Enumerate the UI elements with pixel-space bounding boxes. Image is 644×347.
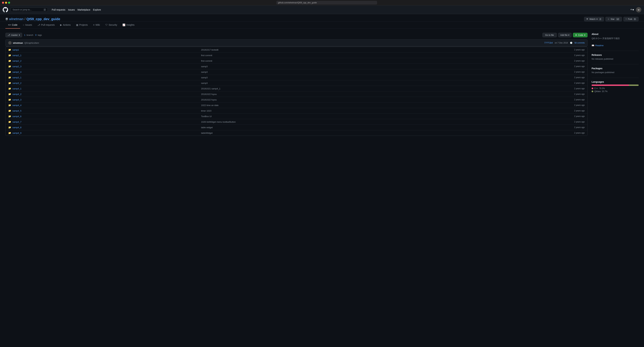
eye-icon: 👁 [586,18,588,20]
file-name[interactable]: 📁 samp4_9 [8,132,199,134]
file-time: 2 years ago [489,82,585,84]
about-desc: Qt5.9 C++ 开发指南学习项目 [592,37,638,40]
tab-code[interactable]: <> Code [6,22,20,29]
repo-tabs: <> Code ○ Issues ⎇ Pull requests ▶ Actio… [0,22,644,29]
file-name[interactable]: 📁 samp4_3 [8,98,199,101]
file-name[interactable]: 📁 samp4_6 [8,115,199,118]
add-file-button[interactable]: Add file ▾ [558,33,572,37]
close-dot[interactable] [2,2,4,4]
branch-name: master [11,34,18,36]
maximize-dot[interactable] [8,2,10,4]
minimize-dot[interactable] [5,2,7,4]
file-name[interactable]: 📁 samp4_8 [8,126,199,129]
clock-icon: 🕐 [570,42,572,44]
pr-icon: ⎇ [38,24,40,26]
pull-requests-link[interactable]: Pull requests [52,9,65,11]
tab-projects[interactable]: ▦ Projects [74,22,90,29]
table-row: 📁 samp4_4 1022 time an date 2 years ago [6,103,588,108]
file-commit-msg: first commit [201,54,487,57]
repo-owner[interactable]: wlnetman [9,17,24,21]
folder-icon: 📁 [8,104,11,107]
commit-avatar [8,41,12,45]
file-name[interactable]: 📁 samp4_4 [8,104,199,107]
table-row: 📁 samp4_1 20181021 samp4_1 2 years ago [6,86,588,91]
tab-security[interactable]: 🛡 Security [103,22,120,29]
cpp-label: C++ [594,87,598,90]
tab-wiki[interactable]: ≡ Wiki [90,22,103,29]
branch-info: 1 branch 0 tags [24,34,42,36]
file-name[interactable]: 📁 samp3_1 [8,76,199,79]
file-name-text: samp4_1 [12,87,21,90]
add-button[interactable]: + ▾ [630,8,634,12]
repo-name[interactable]: Qt59_cpp_dev_guide [26,17,60,21]
commit-count[interactable]: 58 commits [574,42,585,44]
code-button[interactable]: ⬇ Code ▾ [573,33,588,37]
file-name[interactable]: 📁 samp4_1 [8,87,199,90]
languages-title: Languages [592,81,638,83]
star-count: 12 [616,18,620,20]
watch-button[interactable]: 👁 Watch ▾ 2 [584,17,604,21]
top-nav: Search or jump to... / Pull requests Iss… [0,5,644,14]
file-name-text: samp2_4 [12,71,21,73]
file-name-text: samp3_1 [12,76,21,79]
file-name[interactable]: 📁 samp2_1 [8,54,199,57]
search-placeholder: Search or jump to... [12,9,32,11]
file-commit-msg: timer 1023 [201,110,487,112]
tab-insights[interactable]: 📈 Insights [120,22,137,29]
file-name-text: samp2_2 [12,60,21,62]
branch-selector[interactable]: ⎇ master ▾ [6,33,22,37]
commit-author-name[interactable]: wlnetman [13,42,23,44]
folder-icon: 📁 [8,60,11,62]
packages-section: Packages No packages published [592,67,638,74]
table-row: 📁 samp4_2 20181022 fuyou 2 years ago [6,91,588,97]
file-time: 2 years ago [489,65,585,68]
file-name-text: samp4_6 [12,115,21,118]
languages-section: Languages C++ 79.3% QMake 20.7% [592,81,638,93]
tags-count-link[interactable]: 0 tags [35,34,42,36]
branch-bar: ⎇ master ▾ 1 branch 0 tags Go to file [6,33,588,37]
divider-1 [592,51,638,51]
file-name[interactable]: 📁 samp4_2 [8,93,199,96]
star-icon: ☆ [608,18,610,20]
readme-link[interactable]: 📖 Readme [592,44,638,47]
file-name-text: samp4_5 [12,110,21,112]
search-shortcut: / [44,9,46,11]
file-name[interactable]: 📁 samp1 [8,48,199,51]
file-name-text: samp3_2 [12,82,21,84]
folder-icon: 📁 [8,109,11,112]
search-box[interactable]: Search or jump to... / [11,8,48,12]
file-time: 2 years ago [489,76,585,79]
divider-3 [592,78,638,78]
marketplace-link[interactable]: Marketplace [78,9,90,11]
top-nav-links: Pull requests Issues Marketplace Explore [52,9,101,11]
file-name-text: samp2_3 [12,65,21,68]
folder-icon: 📁 [8,115,11,118]
explore-link[interactable]: Explore [93,9,101,11]
repo-icon [6,18,8,21]
file-name[interactable]: 📁 samp2_2 [8,60,199,62]
file-name[interactable]: 📁 samp4_7 [8,121,199,123]
file-name[interactable]: 📁 samp2_3 [8,65,199,68]
avatar[interactable]: w [636,7,641,13]
url-bar[interactable]: github.com/wlnetman/Qt59_cpp_dev_guide [276,1,377,5]
table-row: 📁 samp4_5 timer 1023 2 years ago [6,108,588,114]
goto-file-button[interactable]: Go to file [542,33,557,37]
tab-pull-requests[interactable]: ⎇ Pull requests [35,22,58,29]
tab-actions[interactable]: ▶ Actions [58,22,74,29]
star-button[interactable]: ☆ Star 12 [605,17,622,21]
commit-hash[interactable]: 77ff1b4 [544,42,553,44]
file-time: 2 years ago [489,54,585,57]
book-icon: 📖 [592,44,594,47]
code-icon: <> [8,24,11,26]
file-name[interactable]: 📁 samp2_4 [8,71,199,73]
tab-issues[interactable]: ○ Issues [20,22,35,29]
file-name[interactable]: 📁 samp4_5 [8,109,199,112]
branch-count-link[interactable]: 1 branch [24,34,33,36]
folder-icon: 📁 [8,87,11,90]
file-name[interactable]: 📁 samp3_2 [8,82,199,84]
fork-count: 9 [633,18,636,20]
file-time: 2 years ago [489,60,585,62]
issues-link[interactable]: Issues [68,9,75,11]
table-row: 📁 samp3_2 samp3 2 years ago [6,80,588,86]
fork-button[interactable]: ⑂ Fork 9 [623,17,638,21]
